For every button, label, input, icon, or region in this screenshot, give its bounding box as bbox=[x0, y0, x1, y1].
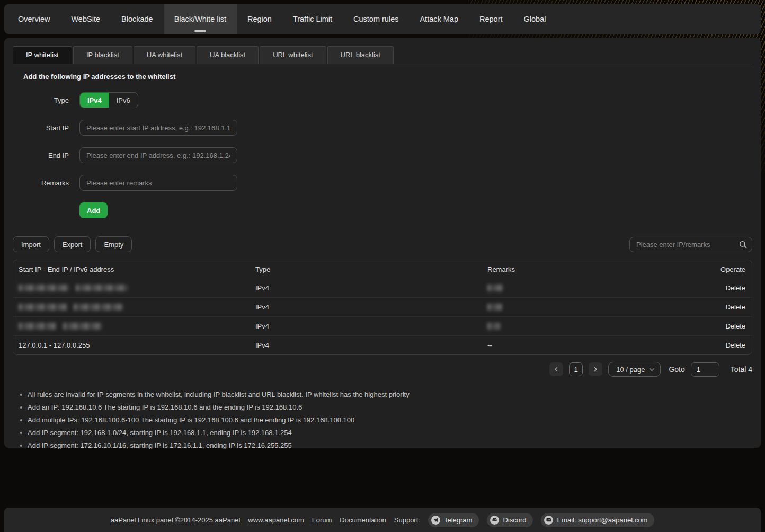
cell-remarks bbox=[482, 304, 678, 311]
nav-tab-custom-rules[interactable]: Custom rules bbox=[343, 4, 409, 34]
prev-page-button[interactable] bbox=[549, 362, 563, 376]
nav-tab-report[interactable]: Report bbox=[469, 4, 513, 34]
cell-type: IPv4 bbox=[250, 303, 482, 311]
redacted-remarks bbox=[487, 323, 500, 330]
search-icon[interactable] bbox=[739, 241, 747, 251]
end-ip-input[interactable] bbox=[79, 147, 237, 163]
type-label: Type bbox=[23, 96, 79, 104]
discord-label: Discord bbox=[503, 516, 526, 524]
nav-tab-blockade[interactable]: Blockade bbox=[111, 4, 164, 34]
ipv4-option[interactable]: IPv4 bbox=[80, 93, 109, 108]
delete-link[interactable]: Delete bbox=[725, 284, 745, 292]
email-button[interactable]: Email: support@aapanel.com bbox=[541, 513, 654, 527]
redacted-ip bbox=[19, 304, 123, 311]
list-toolbar: Import Export Empty bbox=[13, 236, 752, 252]
cell-operate: Delete bbox=[678, 284, 752, 292]
page-number-button[interactable]: 1 bbox=[569, 362, 583, 376]
footer-support-label: Support: bbox=[394, 516, 420, 524]
note-item: Add multiple IPs: 192.168.100.6-100 The … bbox=[19, 414, 752, 427]
total-count: Total 4 bbox=[731, 365, 752, 374]
redacted-remarks bbox=[487, 285, 503, 291]
delete-link[interactable]: Delete bbox=[725, 322, 745, 330]
note-item: Add IP segment: 172.16.10.1/16, starting… bbox=[19, 439, 752, 452]
help-notes: All rules are invalid for IP segments in… bbox=[19, 388, 752, 452]
ip-type-segmented: IPv4 IPv6 bbox=[79, 92, 138, 108]
telegram-icon bbox=[431, 516, 440, 525]
tab-url-whitelist[interactable]: URL whitelist bbox=[260, 46, 326, 64]
page-size-select[interactable]: 10 / page bbox=[608, 362, 661, 377]
main-panel: IP whitelist IP blacklist UA whitelist U… bbox=[4, 38, 761, 448]
col-header-start-ip: Start IP - End IP / IPv6 address bbox=[13, 265, 250, 273]
nav-tab-overview[interactable]: Overview bbox=[7, 4, 60, 34]
delete-link[interactable]: Delete bbox=[725, 303, 745, 311]
cell-operate: Delete bbox=[678, 341, 752, 349]
col-header-operate: Operate bbox=[678, 265, 752, 273]
cell-start-end-ip bbox=[13, 323, 250, 330]
footer-documentation-link[interactable]: Documentation bbox=[340, 516, 386, 524]
tab-ip-whitelist[interactable]: IP whitelist bbox=[13, 46, 72, 64]
tab-ua-blacklist[interactable]: UA blacklist bbox=[197, 46, 259, 64]
export-button[interactable]: Export bbox=[54, 236, 91, 252]
discord-icon bbox=[490, 516, 499, 525]
redacted-ip bbox=[19, 323, 102, 330]
cell-type: IPv4 bbox=[250, 322, 482, 330]
cell-remarks: -- bbox=[482, 341, 678, 349]
cell-start-end-ip bbox=[13, 304, 250, 311]
goto-page-input[interactable] bbox=[691, 362, 719, 377]
tab-url-blacklist[interactable]: URL blacklist bbox=[327, 46, 394, 64]
start-ip-input[interactable] bbox=[79, 120, 237, 136]
nav-tab-global[interactable]: Global bbox=[513, 4, 557, 34]
nav-tab-website[interactable]: WebSite bbox=[60, 4, 111, 34]
form-title: Add the following IP addresses to the wh… bbox=[23, 73, 752, 81]
top-nav: Overview WebSite Blockade Black/White li… bbox=[4, 4, 761, 34]
cell-type: IPv4 bbox=[250, 341, 482, 349]
chevron-down-icon bbox=[649, 368, 655, 371]
add-button[interactable]: Add bbox=[79, 202, 108, 218]
table-row: IPv4Delete bbox=[13, 316, 752, 335]
table-row: IPv4Delete bbox=[13, 297, 752, 316]
whitelist-table: Start IP - End IP / IPv6 address Type Re… bbox=[13, 260, 752, 355]
pagination: 1 10 / page Goto Total 4 bbox=[13, 362, 752, 377]
end-ip-label: End IP bbox=[23, 152, 79, 159]
add-whitelist-form: Add the following IP addresses to the wh… bbox=[23, 73, 752, 218]
cell-start-end-ip bbox=[13, 285, 250, 291]
ipv6-option[interactable]: IPv6 bbox=[109, 93, 138, 108]
redacted-ip bbox=[19, 285, 128, 291]
page-size-value: 10 / page bbox=[616, 366, 645, 374]
tab-ip-blacklist[interactable]: IP blacklist bbox=[73, 46, 132, 64]
email-label: Email: support@aapanel.com bbox=[557, 516, 647, 524]
goto-label: Goto bbox=[669, 365, 684, 374]
footer-forum-link[interactable]: Forum bbox=[312, 516, 332, 524]
next-page-button[interactable] bbox=[589, 362, 602, 376]
table-row: 127.0.0.1 - 127.0.0.255IPv4--Delete bbox=[13, 335, 752, 354]
footer: aaPanel Linux panel ©2014-2025 aaPanel w… bbox=[4, 508, 761, 532]
remarks-label: Remarks bbox=[23, 179, 79, 187]
table-header-row: Start IP - End IP / IPv6 address Type Re… bbox=[13, 260, 752, 278]
col-header-type: Type bbox=[250, 265, 482, 273]
cell-remarks bbox=[482, 285, 678, 291]
search-input[interactable] bbox=[629, 237, 752, 252]
search-box bbox=[629, 237, 752, 252]
cell-remarks bbox=[482, 323, 678, 330]
telegram-button[interactable]: Telegram bbox=[428, 513, 479, 527]
import-button[interactable]: Import bbox=[13, 236, 49, 252]
nav-tab-attack-map[interactable]: Attack Map bbox=[409, 4, 469, 34]
table-row: IPv4Delete bbox=[13, 278, 752, 297]
cell-start-end-ip: 127.0.0.1 - 127.0.0.255 bbox=[13, 341, 250, 349]
col-header-remarks: Remarks bbox=[482, 265, 678, 273]
note-item: Add an IP: 192.168.10.6 The starting IP … bbox=[19, 401, 752, 414]
delete-link[interactable]: Delete bbox=[725, 341, 745, 349]
nav-tab-black-white-list[interactable]: Black/White list bbox=[164, 4, 237, 34]
remarks-input[interactable] bbox=[79, 175, 237, 191]
discord-button[interactable]: Discord bbox=[487, 513, 533, 527]
tab-ua-whitelist[interactable]: UA whitelist bbox=[134, 46, 195, 64]
note-item: Add IP segment: 192.168.1.0/24, starting… bbox=[19, 427, 752, 439]
cell-type: IPv4 bbox=[250, 284, 482, 292]
nav-tab-region[interactable]: Region bbox=[237, 4, 282, 34]
nav-tab-traffic-limit[interactable]: Traffic Limit bbox=[282, 4, 343, 34]
footer-website-link[interactable]: www.aapanel.com bbox=[248, 516, 304, 524]
cell-operate: Delete bbox=[678, 322, 752, 330]
empty-button[interactable]: Empty bbox=[95, 236, 132, 252]
telegram-label: Telegram bbox=[444, 516, 472, 524]
footer-copyright: aaPanel Linux panel ©2014-2025 aaPanel bbox=[111, 516, 241, 524]
